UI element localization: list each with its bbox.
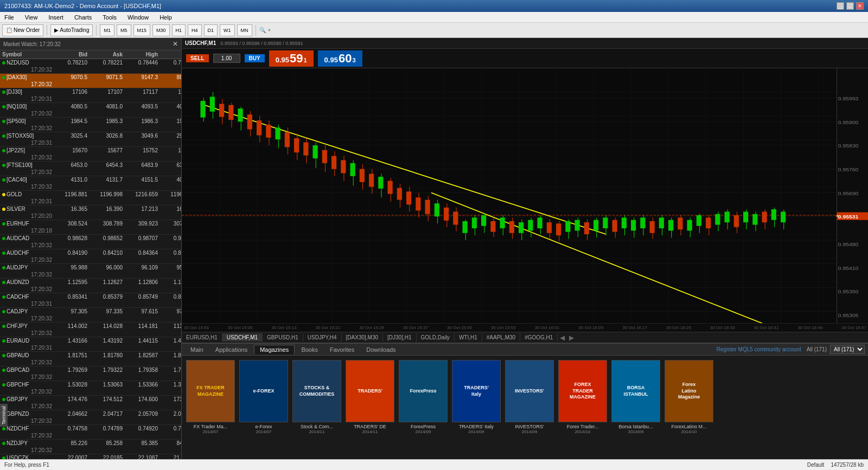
market-watch-row[interactable]: GBPNZD2.046622.047172.057092.0426017:20:… — [0, 410, 181, 425]
menu-help[interactable]: Help — [157, 14, 174, 21]
tab-main[interactable]: Main — [185, 345, 209, 354]
market-watch-row[interactable]: [CAC40]4131.04131.74151.54049.417:20:32 — [0, 176, 181, 191]
market-watch-row[interactable]: [DAX30]9070.59071.59147.38898.317:20:32 — [0, 74, 181, 88]
svg-rect-49 — [360, 169, 365, 182]
minimize-button[interactable]: _ — [837, 2, 844, 10]
menu-insert[interactable]: Insert — [46, 14, 66, 21]
chart-tab-usdchf-m1[interactable]: USDCHF,M1 — [222, 333, 263, 342]
svg-rect-125 — [715, 214, 720, 225]
market-watch-row[interactable]: CADCHF0.853410.853790.857490.8525217:20:… — [0, 293, 181, 308]
magazine-item[interactable]: STOCKS & COMMODITIESStock & Com...2014/1… — [292, 360, 341, 434]
sell-button[interactable]: SELL — [186, 54, 209, 62]
market-watch-row[interactable]: AUDCHF0.841900.842100.843640.8367717:20:… — [0, 249, 181, 264]
chart-tab-goog-h1[interactable]: #GOOG,H1 — [520, 333, 558, 342]
market-watch-row[interactable]: [SP500]1984.51985.31986.31965.117:20:32 — [0, 118, 181, 132]
magazine-item[interactable]: FOREX TRADER MAGAZINEForex Trader...2014… — [558, 360, 607, 434]
chart-tab-scroll[interactable]: ▶ — [567, 333, 576, 343]
market-watch-row[interactable]: [STOXX50]3025.43026.83049.62962.617:20:3… — [0, 132, 181, 147]
chart-tab-dax30-m30[interactable]: [DAX30],M30 — [342, 333, 383, 342]
market-watch-row[interactable]: GBPJPY174.476174.512174.600173.97417:20:… — [0, 396, 181, 410]
market-watch-row[interactable]: GBPAUD1.817511.817801.825871.8155717:20:… — [0, 352, 181, 366]
market-watch-row[interactable]: AUDCAD0.986280.986520.987070.9807417:20:… — [0, 235, 181, 249]
svg-rect-137 — [771, 209, 776, 220]
maximize-button[interactable]: □ — [846, 2, 854, 10]
autotrading-button[interactable]: ▶ AutoTrading — [50, 24, 93, 36]
buy-button[interactable]: BUY — [245, 54, 265, 62]
register-mql5-link[interactable]: Register MQL5 community account — [717, 346, 801, 352]
chart-tab-add[interactable]: ◀ — [558, 333, 567, 343]
tf-d1[interactable]: D1 — [204, 24, 218, 36]
tab-applications[interactable]: Applications — [210, 345, 253, 354]
chart-tab-dj30-h1[interactable]: [DJ30],H1 — [383, 333, 416, 342]
market-watch-row[interactable]: [NQ100]4080.54081.04093.54051.617:20:32 — [0, 103, 181, 118]
chart-tab-usdjpy-h4[interactable]: USDJPY,H4 — [303, 333, 342, 342]
magazine-item[interactable]: e-FOREXe-Forex2014/07 — [239, 360, 288, 434]
svg-rect-89 — [547, 222, 552, 233]
magazine-item[interactable]: TRADERS' ItalyTRADERS' Italy2014/09 — [452, 360, 501, 434]
svg-rect-71 — [463, 221, 468, 233]
tf-m5[interactable]: M5 — [117, 24, 131, 36]
status-default: Default — [807, 462, 825, 468]
tab-books[interactable]: Books — [296, 345, 323, 354]
tab-magazines[interactable]: Magazines — [254, 345, 295, 355]
market-watch-close-button[interactable]: ✕ — [173, 40, 178, 48]
count-filter-select[interactable]: All (171) — [830, 345, 865, 354]
zoom-in-icon: + — [268, 27, 271, 33]
market-watch-row[interactable]: CADJPY97.30597.33597.61597.19417:20:32 — [0, 308, 181, 323]
new-order-button[interactable]: 📋 New Order — [2, 24, 43, 36]
market-watch-row[interactable]: NZDCHF0.747580.747890.749200.7424717:20:… — [0, 425, 181, 440]
tab-favorites[interactable]: Favorites — [324, 345, 360, 354]
menu-view[interactable]: View — [23, 14, 40, 21]
menu-file[interactable]: File — [2, 14, 16, 21]
tab-downloads[interactable]: Downloads — [361, 345, 401, 354]
magazine-title: FX Trader Ma... — [186, 424, 235, 429]
magazine-item[interactable]: INVESTORS'INVESTORS'2014/09 — [505, 360, 554, 434]
market-watch-row[interactable]: [FTSE100]6453.06454.36483.96377.317:20:3… — [0, 162, 181, 176]
market-watch-row[interactable]: CHFJPY114.002114.028114.181113.64617:20:… — [0, 323, 181, 337]
market-watch-row[interactable]: AUDJPY95.98896.00096.10995.37817:20:32 — [0, 264, 181, 279]
market-watch-row[interactable]: EURAUD1.431661.431921.441151.4289217:20:… — [0, 337, 181, 352]
tf-mn[interactable]: MN — [237, 24, 252, 36]
tf-h1[interactable]: H1 — [172, 24, 186, 36]
market-watch-row[interactable]: USDCZK22.000722.018522.108721.938917:20:… — [0, 454, 181, 459]
quantity-input[interactable]: 1.00 — [213, 54, 240, 63]
close-button[interactable]: ✕ — [856, 2, 864, 10]
menu-charts[interactable]: Charts — [72, 14, 94, 21]
market-watch-row[interactable]: [DJ30]1710617107171171690417:20:31 — [0, 88, 181, 103]
svg-rect-51 — [369, 174, 374, 187]
magazine-date: 2014/07 — [186, 429, 235, 434]
chart-tab-wti-h1[interactable]: WTI,H1 — [455, 333, 482, 342]
tf-m15[interactable]: M15 — [133, 24, 151, 36]
market-watch-row[interactable]: AUDNZD1.125951.126271.128061.1234717:20:… — [0, 279, 181, 293]
market-watch-row[interactable]: NZDJPY85.22685.25885.38584.63517:20:32 — [0, 440, 181, 454]
tf-h4[interactable]: H4 — [188, 24, 202, 36]
tf-m1[interactable]: M1 — [100, 24, 114, 36]
chart-tab-gbpusd-h1[interactable]: GBPUSD,H1 — [263, 333, 303, 342]
chart-canvas-container[interactable]: 0.95993 0.95900 0.95830 0.95760 0.95690 … — [182, 68, 868, 323]
menu-tools[interactable]: Tools — [100, 14, 119, 21]
market-watch-row[interactable]: SILVER16.36516.39017.21316.34917:20:20 — [0, 205, 181, 220]
time-axis: 30 Oct 14:53 30 Oct 15:05 30 Oct 15:13 3… — [182, 323, 868, 332]
magazine-item[interactable]: BORSA ISTANBULBorsa Istanbu...2014/09 — [611, 360, 660, 434]
magazine-item[interactable]: TRADERS'TRADERS' DE2014/11 — [346, 360, 394, 434]
menu-window[interactable]: Window — [125, 14, 151, 21]
magazine-item[interactable]: ForexPressForexPress2014/09 — [399, 360, 448, 434]
market-watch-row[interactable]: NZDUSD0.782100.782210.784460.7765417:20:… — [0, 59, 181, 74]
market-watch-row[interactable]: [JP225]1567015677157521557217:20:32 — [0, 147, 181, 162]
chart-tab-aapl-m30[interactable]: #AAPL,M30 — [482, 333, 520, 342]
magazine-item[interactable]: FX TRADER MAGAZINEFX Trader Ma...2014/07 — [186, 360, 235, 434]
svg-rect-45 — [341, 160, 346, 173]
svg-rect-17 — [210, 96, 215, 111]
time-label-8: 30 Oct 15:53 — [491, 325, 516, 330]
magazine-item[interactable]: Forex Latino MagazineForexLatino M...201… — [665, 360, 713, 434]
chart-tab-gold-daily[interactable]: GOLD,Daily — [417, 333, 455, 342]
market-watch-row[interactable]: EURHUF308.524308.789309.923307.98217:20:… — [0, 220, 181, 235]
bottom-tabs-bar: Main Applications Magazines Books Favori… — [182, 344, 868, 356]
tf-w1[interactable]: W1 — [220, 24, 235, 36]
market-watch-row[interactable]: GBPCHF1.530281.530631.533661.3255317:20:… — [0, 381, 181, 396]
svg-rect-95 — [575, 220, 580, 231]
market-watch-row[interactable]: GBPCAD1.792691.793221.793581.7855117:20:… — [0, 366, 181, 381]
chart-tab-eurusd-h1[interactable]: EURUSD,H1 — [182, 333, 222, 342]
tf-m30[interactable]: M30 — [152, 24, 170, 36]
market-watch-row[interactable]: GOLD1196.8811196.9981216.6591196.41117:2… — [0, 191, 181, 205]
